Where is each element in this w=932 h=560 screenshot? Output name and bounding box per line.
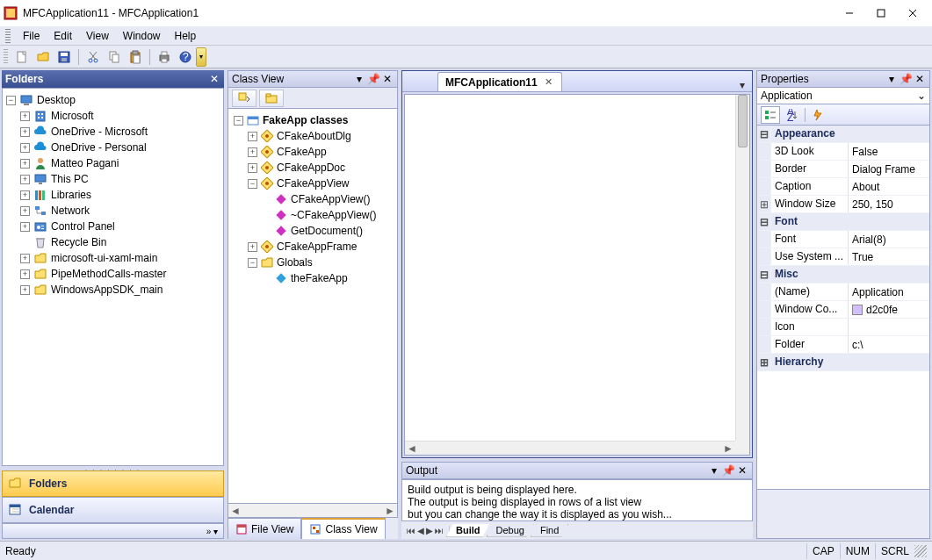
expander[interactable]: + bbox=[20, 143, 30, 153]
minimize-button[interactable] bbox=[834, 3, 865, 24]
cv-label[interactable]: CFakeApp bbox=[277, 146, 327, 158]
prop-name[interactable]: Caption bbox=[771, 178, 849, 195]
expander[interactable]: + bbox=[20, 222, 30, 232]
tree-label[interactable]: Libraries bbox=[51, 189, 91, 201]
prop-category[interactable]: Hierarchy bbox=[771, 354, 929, 370]
prop-name[interactable]: Window Co... bbox=[771, 301, 849, 318]
toolbar-overflow[interactable]: ▾ bbox=[196, 47, 206, 67]
document-body[interactable]: ◄► bbox=[404, 94, 750, 456]
expander[interactable]: + bbox=[20, 127, 30, 137]
tree-label[interactable]: Matteo Pagani bbox=[51, 157, 119, 169]
prop-name[interactable]: Font bbox=[771, 231, 849, 248]
menubar-grip[interactable] bbox=[5, 29, 11, 43]
cv-tab-class-view[interactable]: Class View bbox=[301, 518, 385, 539]
prop-value[interactable] bbox=[849, 319, 929, 335]
prop-value[interactable]: Application bbox=[849, 284, 929, 300]
prop-name[interactable]: (Name) bbox=[771, 284, 849, 300]
expander[interactable]: + bbox=[20, 269, 30, 279]
tree-label[interactable]: WindowsAppSDK_main bbox=[51, 284, 163, 296]
paste-button[interactable] bbox=[126, 47, 145, 67]
help-button[interactable]: ? bbox=[176, 47, 195, 67]
prop-value[interactable]: Arial(8) bbox=[849, 231, 929, 248]
close-icon[interactable]: ✕ bbox=[914, 73, 926, 85]
resize-grip[interactable] bbox=[914, 545, 927, 557]
tree-label[interactable]: Desktop bbox=[37, 94, 76, 106]
cv-label[interactable]: CFakeAppView bbox=[277, 177, 350, 190]
dropdown-icon[interactable]: ▾ bbox=[708, 464, 720, 477]
cv-label[interactable]: theFakeApp bbox=[291, 272, 348, 284]
nav-folders[interactable]: Folders bbox=[2, 470, 224, 497]
prop-events-button[interactable] bbox=[808, 106, 827, 124]
doc-tabs-dropdown[interactable]: ▾ bbox=[738, 79, 752, 91]
expander[interactable]: ⊟ bbox=[757, 126, 771, 142]
expander[interactable]: + bbox=[248, 163, 257, 173]
menu-edit[interactable]: Edit bbox=[47, 28, 79, 44]
prop-alpha-button[interactable]: AZ bbox=[783, 106, 802, 124]
cv-sort-button[interactable] bbox=[232, 90, 256, 107]
expander[interactable]: + bbox=[20, 254, 30, 263]
expander[interactable]: ⊞ bbox=[757, 354, 771, 370]
properties-grid[interactable]: ⊟Appearance3D LookFalseBorderDialog Fram… bbox=[756, 126, 930, 490]
output-body[interactable]: Build output is being displayed here.The… bbox=[401, 479, 753, 521]
maximize-button[interactable] bbox=[865, 3, 897, 24]
expander[interactable]: − bbox=[234, 116, 243, 126]
expander[interactable]: ⊟ bbox=[757, 266, 771, 283]
expander[interactable]: + bbox=[248, 132, 257, 141]
expander[interactable]: + bbox=[20, 206, 30, 216]
expander[interactable]: + bbox=[248, 147, 257, 157]
properties-combo[interactable]: Application ⌄ bbox=[756, 87, 930, 104]
close-icon[interactable]: ✕ bbox=[208, 73, 220, 85]
tree-label[interactable]: Network bbox=[51, 205, 90, 217]
expander[interactable]: ⊞ bbox=[757, 196, 771, 212]
expander[interactable]: + bbox=[20, 190, 30, 200]
tree-label[interactable]: OneDrive - Personal bbox=[51, 141, 147, 154]
class-view-tree[interactable]: −FakeApp classes+CFakeAboutDlg+CFakeApp+… bbox=[228, 109, 397, 290]
cut-button[interactable] bbox=[83, 47, 103, 67]
first-icon[interactable]: ⏮ bbox=[407, 526, 415, 535]
tree-label[interactable]: PipeMethodCalls-master bbox=[51, 268, 166, 280]
cv-newfolder-button[interactable] bbox=[259, 90, 284, 107]
pin-icon[interactable]: 📌 bbox=[722, 464, 734, 477]
prop-categorized-button[interactable] bbox=[761, 106, 780, 124]
expander[interactable]: ⊟ bbox=[757, 213, 771, 230]
expander[interactable]: − bbox=[248, 179, 257, 189]
tree-label[interactable]: microsoft-ui-xaml-main bbox=[51, 252, 157, 264]
expander[interactable]: − bbox=[6, 96, 16, 105]
prop-name[interactable]: Icon bbox=[771, 319, 849, 335]
print-button[interactable] bbox=[155, 47, 174, 67]
menu-help[interactable]: Help bbox=[168, 28, 204, 44]
expander[interactable]: + bbox=[20, 285, 30, 295]
close-icon[interactable]: ✕ bbox=[543, 76, 554, 88]
cv-label[interactable]: CFakeAppFrame bbox=[277, 241, 357, 253]
pin-icon[interactable]: 📌 bbox=[899, 73, 912, 85]
prop-value[interactable]: True bbox=[849, 248, 929, 265]
tree-label[interactable]: Recycle Bin bbox=[51, 236, 106, 248]
new-button[interactable] bbox=[12, 47, 32, 67]
prev-icon[interactable]: ◀ bbox=[417, 526, 424, 535]
doc-hscroll[interactable]: ◄► bbox=[405, 441, 735, 455]
prop-name[interactable]: Folder bbox=[771, 336, 849, 353]
prop-category[interactable]: Misc bbox=[771, 266, 929, 283]
prop-name[interactable]: Use System ... bbox=[771, 248, 849, 265]
cv-label[interactable]: CFakeAboutDlg bbox=[277, 130, 351, 142]
prop-name[interactable]: Window Size bbox=[771, 196, 849, 212]
cv-hscroll[interactable]: ◄► bbox=[228, 504, 398, 518]
menu-view[interactable]: View bbox=[79, 28, 116, 44]
next-icon[interactable]: ▶ bbox=[426, 526, 433, 535]
menu-file[interactable]: File bbox=[16, 28, 47, 44]
last-icon[interactable]: ⏭ bbox=[435, 526, 444, 535]
toolbar-grip[interactable] bbox=[4, 49, 8, 65]
dropdown-icon[interactable]: ▾ bbox=[885, 73, 898, 85]
save-button[interactable] bbox=[54, 47, 74, 67]
tree-label[interactable]: Control Panel bbox=[51, 220, 115, 233]
close-icon[interactable]: ✕ bbox=[736, 464, 748, 477]
cv-label[interactable]: FakeApp classes bbox=[263, 114, 348, 126]
cv-label[interactable]: ~CFakeAppView() bbox=[291, 209, 377, 221]
dropdown-icon[interactable]: ▾ bbox=[353, 73, 365, 85]
cv-tab-file-view[interactable]: File View bbox=[228, 518, 301, 539]
output-tab-debug[interactable]: Debug bbox=[487, 524, 534, 537]
prop-value[interactable]: False bbox=[849, 143, 929, 160]
folders-tree[interactable]: −Desktop+Microsoft+OneDrive - Microsoft+… bbox=[3, 89, 223, 301]
tree-label[interactable]: Microsoft bbox=[51, 110, 94, 122]
copy-button[interactable] bbox=[105, 47, 124, 67]
